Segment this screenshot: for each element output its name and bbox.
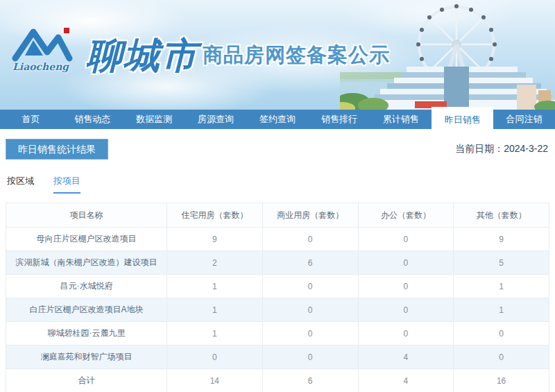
- nav-item-sales-dynamics[interactable]: 销售动态: [62, 110, 123, 129]
- nav-item-sales-ranking[interactable]: 销售排行: [308, 110, 370, 129]
- column-header: 商业用房（套数）: [262, 203, 358, 228]
- count-cell: 9: [454, 228, 549, 251]
- current-date-label: 当前日期：: [455, 143, 504, 154]
- count-cell: 9: [167, 228, 263, 251]
- count-cell: 0: [262, 346, 358, 369]
- page: Liaocheng 聊城市 商品房网签备案公示: [0, 0, 555, 392]
- project-name-cell: 合计: [6, 369, 167, 392]
- nav-item-data-monitoring[interactable]: 数据监测: [123, 110, 185, 129]
- table-header-row: 项目名称住宅用房（套数）商业用房（套数）办公（套数）其他（套数）: [6, 203, 549, 228]
- count-cell: 0: [262, 322, 358, 346]
- nav-item-listing-query[interactable]: 房源查询: [185, 110, 247, 129]
- count-cell: 0: [262, 228, 358, 251]
- project-name-cell: 昌元·水城悦府: [6, 275, 167, 298]
- count-cell: 16: [454, 369, 549, 392]
- count-cell: 14: [167, 369, 263, 392]
- site-header: Liaocheng 聊城市 商品房网签备案公示: [0, 0, 555, 110]
- table-row: 昌元·水城悦府1001: [6, 275, 549, 298]
- table-total-row: 合计146416: [6, 369, 549, 392]
- count-cell: 0: [454, 322, 549, 346]
- column-header: 其他（套数）: [454, 203, 549, 228]
- sales-table: 项目名称住宅用房（套数）商业用房（套数）办公（套数）其他（套数） 母向庄片区棚户…: [6, 203, 549, 392]
- site-name: 聊城市: [86, 37, 198, 74]
- nav-item-home[interactable]: 首页: [0, 110, 62, 129]
- count-cell: 1: [167, 275, 263, 298]
- header-cityscape-photo: [340, 0, 555, 110]
- current-date: 当前日期：2024-3-22: [455, 143, 549, 155]
- nav-item-contract-query[interactable]: 签约查询: [247, 110, 309, 129]
- count-cell: 5: [454, 251, 549, 275]
- main-content: 昨日销售统计结果 当前日期：2024-3-22 按区域按项目 项目名称住宅用房（…: [0, 139, 555, 392]
- count-cell: 0: [454, 346, 549, 369]
- count-cell: 1: [167, 298, 263, 322]
- count-cell: 0: [167, 346, 263, 369]
- table-row: 聊城碧桂园·云麓九里1000: [6, 322, 549, 346]
- count-cell: 2: [167, 251, 263, 275]
- main-nav: 首页销售动态数据监测房源查询签约查询销售排行累计销售昨日销售合同注销: [0, 110, 555, 129]
- nav-item-cumulative-sales[interactable]: 累计销售: [370, 110, 432, 129]
- count-cell: 1: [454, 298, 549, 322]
- project-name-cell: 母向庄片区棚户区改造项目: [6, 228, 167, 251]
- logo-latin-text: Liaocheng: [12, 61, 69, 72]
- nav-item-yesterday-sales[interactable]: 昨日销售: [432, 107, 493, 135]
- column-header: 办公（套数）: [358, 203, 454, 228]
- page-title: 昨日销售统计结果: [6, 139, 108, 160]
- site-logo: Liaocheng 聊城市 商品房网签备案公示: [11, 19, 390, 74]
- count-cell: 0: [358, 298, 454, 322]
- count-cell: 1: [167, 322, 263, 346]
- count-cell: 0: [358, 228, 454, 251]
- current-date-value: 2024-3-22: [504, 143, 548, 154]
- project-name-cell: 聊城碧桂园·云麓九里: [6, 322, 167, 346]
- count-cell: 0: [358, 251, 454, 275]
- project-name-cell: 白庄片区棚户区改造项目A地块: [6, 298, 167, 322]
- project-name-cell: 澜庭嘉苑和财智广场项目: [6, 346, 167, 369]
- table-row: 白庄片区棚户区改造项目A地块1001: [6, 298, 549, 322]
- table-row: 澜庭嘉苑和财智广场项目0040: [6, 346, 549, 369]
- count-cell: 0: [358, 275, 454, 298]
- column-header: 住宅用房（套数）: [167, 203, 263, 228]
- view-tab-by-region[interactable]: 按区域: [7, 175, 34, 194]
- count-cell: 4: [358, 346, 454, 369]
- count-cell: 0: [262, 298, 358, 322]
- count-cell: 4: [358, 369, 454, 392]
- nav-item-contract-cancellation[interactable]: 合同注销: [493, 110, 555, 129]
- table-row: 母向庄片区棚户区改造项目9009: [6, 228, 549, 251]
- page-head: 昨日销售统计结果 当前日期：2024-3-22: [6, 139, 549, 160]
- view-tabs: 按区域按项目: [6, 175, 549, 194]
- count-cell: 0: [358, 322, 454, 346]
- count-cell: 0: [262, 275, 358, 298]
- count-cell: 6: [262, 251, 358, 275]
- project-name-cell: 滨湖新城（南朱棚户区改造）建设项目: [6, 251, 167, 275]
- count-cell: 6: [262, 369, 358, 392]
- view-tab-by-project[interactable]: 按项目: [53, 175, 80, 194]
- column-header: 项目名称: [6, 203, 167, 228]
- logo-mountain-icon: Liaocheng: [11, 19, 83, 74]
- count-cell: 1: [454, 275, 549, 298]
- table-row: 滨湖新城（南朱棚户区改造）建设项目2605: [6, 251, 549, 275]
